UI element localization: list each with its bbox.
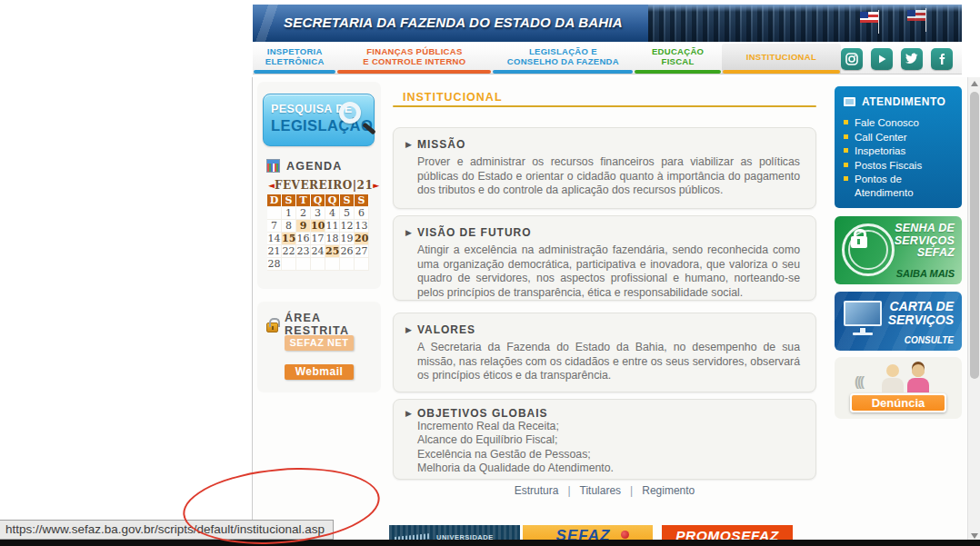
calendar-day[interactable]: 20 xyxy=(355,233,369,245)
tab-label: FISCAL xyxy=(662,56,695,66)
calendar-day[interactable]: 15 xyxy=(282,233,296,245)
calendar-day-header: T xyxy=(296,194,311,207)
section-title: OBJETIVOS GLOBAIS xyxy=(417,407,548,420)
link-pontos-de-atendimento[interactable]: Pontos de Atendimento xyxy=(844,173,955,199)
atendimento-links: Fale Conosco Call Center Inspetorias Pos… xyxy=(844,116,955,199)
carta-line1: CARTA DE xyxy=(888,300,954,313)
atendimento-panel: ATENDIMENTO Fale Conosco Call Center Ins… xyxy=(835,86,962,208)
calendar-day: 23 xyxy=(296,245,311,258)
area-restrita-label: ÁREA RESTRITA xyxy=(285,312,381,337)
social-links xyxy=(841,44,962,74)
section-title: MISSÃO xyxy=(417,138,465,151)
senha-servicos-banner[interactable]: SENHA DE SERVIÇOS SEFAZ SAIBA MAIS xyxy=(835,216,962,284)
section-title-row[interactable]: ▶ VALORES xyxy=(394,313,815,336)
tab-financas-publicas[interactable]: FINANÇAS PÚBLICAS E CONTROLE INTERNO xyxy=(336,44,492,74)
link-inspetorias[interactable]: Inspetorias xyxy=(844,144,955,158)
tab-label: CONSELHO DA FAZENDA xyxy=(507,56,619,66)
section-body: Prover e administrar os recursos finance… xyxy=(417,155,800,198)
vertical-scrollbar[interactable] xyxy=(967,77,980,542)
objective-item: Excelência na Gestão de Pessoas; xyxy=(417,448,800,462)
carta-line2: SERVIÇOS xyxy=(888,313,954,327)
atendimento-title: ATENDIMENTO xyxy=(862,95,945,108)
instagram-icon[interactable] xyxy=(841,48,863,70)
agenda-header: AGENDA xyxy=(266,159,342,173)
sefaznet-button[interactable]: SEFAZ NET xyxy=(285,335,354,351)
tab-inspetoria-eletronica[interactable]: INSPETORIA ELETRÔNICA xyxy=(253,44,336,74)
calendar-day: 3 xyxy=(311,207,325,220)
objective-item: Incremento Real da Receita; xyxy=(417,420,800,433)
pesquisa-legislacao-button[interactable]: PESQUISA DE LEGISLAÇÃO xyxy=(263,94,375,146)
calendar-icon xyxy=(266,159,280,173)
section-title: VISÃO DE FUTURO xyxy=(417,226,532,239)
page-title: INSTITUCIONAL xyxy=(403,91,503,104)
calendar-day: 24 xyxy=(311,245,325,258)
person-male-icon xyxy=(882,364,904,392)
tab-institucional[interactable]: INSTITUCIONAL xyxy=(722,44,841,74)
bullet-icon xyxy=(844,120,848,124)
bullet-icon xyxy=(844,148,848,153)
calendar-next-icon[interactable]: ► xyxy=(373,181,379,190)
lock-rings-icon xyxy=(842,223,895,276)
section-title-row[interactable]: ▶ VISÃO DE FUTURO xyxy=(394,216,815,239)
link-titulares[interactable]: Titulares xyxy=(580,484,622,497)
flag-icon xyxy=(907,10,925,21)
calendar-day: 13 xyxy=(355,220,369,233)
link-estrutura[interactable]: Estrutura xyxy=(515,484,559,497)
webmail-button[interactable]: Webmail xyxy=(285,364,354,380)
calendar-day: 26 xyxy=(340,245,355,258)
section-title-row[interactable]: ▶ OBJETIVOS GLOBAIS xyxy=(394,400,815,420)
twitter-icon[interactable] xyxy=(901,48,923,70)
senha-text: SENHA DE SERVIÇOS SEFAZ xyxy=(895,223,955,260)
triangle-bullet-icon: ▶ xyxy=(405,228,412,237)
bullet-icon xyxy=(844,134,848,139)
agenda-label: AGENDA xyxy=(286,160,342,173)
calendar-day-header: Q xyxy=(311,194,325,207)
calendar-prev-icon[interactable]: ◄ xyxy=(268,181,275,190)
calendar-day: 5 xyxy=(340,207,355,220)
calendar-day: 19 xyxy=(340,233,355,245)
youtube-icon[interactable] xyxy=(871,48,893,70)
link-regimento[interactable]: Regimento xyxy=(642,484,695,497)
link-label: Call Center xyxy=(855,131,907,144)
calendar-day[interactable]: 9 xyxy=(296,220,311,233)
calendar: ◄ FEVEREIRO|21 ► DSTQQSS 123456789101112… xyxy=(267,179,371,271)
triangle-bullet-icon: ▶ xyxy=(405,409,412,418)
atendimento-header: ATENDIMENTO xyxy=(844,95,955,108)
section-valores: ▶ VALORES A Secretaria da Fazenda do Est… xyxy=(393,313,816,392)
calendar-day[interactable]: 10 xyxy=(311,220,325,233)
facebook-icon[interactable] xyxy=(931,48,953,70)
tab-label: LEGISLAÇÃO E xyxy=(529,46,597,56)
white-lock-icon xyxy=(851,236,867,248)
calendar-empty-cell xyxy=(355,258,369,271)
link-separator: | xyxy=(567,484,570,497)
senha-line1: SENHA DE xyxy=(895,223,955,235)
main-nav: INSPETORIA ELETRÔNICA FINANÇAS PÚBLICAS … xyxy=(253,44,962,74)
scrollbar-thumb[interactable] xyxy=(970,92,979,379)
calendar-day: 17 xyxy=(311,233,325,245)
section-objetivos-globais: ▶ OBJETIVOS GLOBAIS Incremento Real da R… xyxy=(393,399,816,480)
link-fale-conosco[interactable]: Fale Conosco xyxy=(844,116,955,130)
tab-label: INSPETORIA xyxy=(267,46,323,56)
tab-educacao-fiscal[interactable]: EDUCAÇÃO FISCAL xyxy=(634,44,721,74)
status-bar-url: https://www.sefaz.ba.gov.br/scripts/defa… xyxy=(0,520,334,540)
link-label: Inspetorias xyxy=(855,144,905,158)
calendar-day: 27 xyxy=(355,245,369,258)
denuncia-button[interactable]: Denúncia xyxy=(850,393,946,412)
section-title-row[interactable]: ▶ MISSÃO xyxy=(394,128,815,151)
bottom-window-edge xyxy=(0,540,980,546)
carta-servicos-banner[interactable]: CARTA DE SERVIÇOS CONSULTE xyxy=(835,292,962,351)
scrollbar-up-icon[interactable] xyxy=(968,77,980,90)
calendar-day: 18 xyxy=(325,233,340,245)
saiba-mais-label: SAIBA MAIS xyxy=(896,268,955,279)
tab-label: EDUCAÇÃO xyxy=(652,46,704,56)
link-call-center[interactable]: Call Center xyxy=(844,131,955,144)
calendar-day[interactable]: 25 xyxy=(325,245,340,258)
calendar-day-header: S xyxy=(355,194,369,207)
link-postos-fiscais[interactable]: Postos Fiscais xyxy=(844,159,955,173)
tab-legislacao-conselho[interactable]: LEGISLAÇÃO E CONSELHO DA FAZENDA xyxy=(492,44,634,74)
calendar-day: 11 xyxy=(325,220,340,233)
calendar-day-headers: DSTQQSS xyxy=(267,194,371,207)
carta-text: CARTA DE SERVIÇOS xyxy=(888,300,954,327)
tab-underline xyxy=(493,70,633,74)
header-banner[interactable]: SECRETARIA DA FAZENDA DO ESTADO DA BAHIA xyxy=(253,5,962,42)
